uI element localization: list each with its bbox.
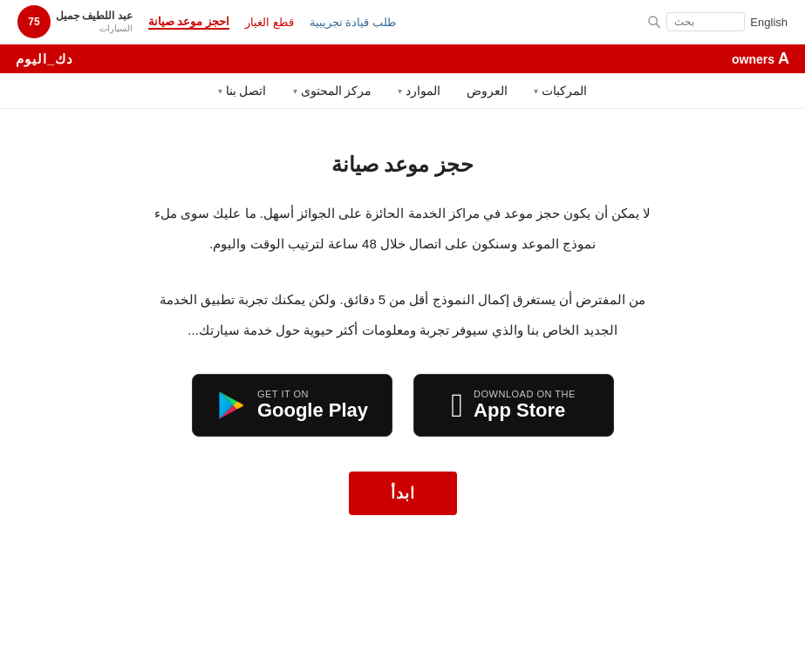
search-area: English <box>647 12 788 31</box>
google-play-sub: GET IT ON <box>257 389 309 399</box>
nav-item-offers[interactable]: العروض <box>467 84 508 98</box>
app-store-main: App Store <box>474 399 565 422</box>
chevron-down-icon: ▾ <box>218 86 222 96</box>
google-play-button[interactable]: GET IT ON Google Play <box>192 374 392 437</box>
brand-name: عبد اللطيف جميل <box>56 10 133 22</box>
top-bar: English طلب قيادة تجريبية قطع الغيار احج… <box>0 0 805 44</box>
owners-logo: Aowners <box>732 50 789 68</box>
search-icon <box>647 15 661 29</box>
search-input[interactable] <box>666 12 745 31</box>
nav-item-contact[interactable]: اتصل بنا ▾ <box>218 84 267 98</box>
chevron-down-icon: ▾ <box>398 86 402 96</box>
main-content: حجز موعد صيانة لا يمكن أن يكون حجز موعد … <box>98 153 708 515</box>
app-paragraph: من المفترض أن يستغرق إكمال النموذج أقل م… <box>115 288 691 343</box>
logo-badge: 75 <box>17 5 51 38</box>
top-bar-links: طلب قيادة تجريبية قطع الغيار احجز موعد ص… <box>17 5 396 38</box>
google-play-icon <box>215 390 247 421</box>
google-play-main: Google Play <box>257 399 368 422</box>
app-buttons:  Download on the App Store <box>115 374 691 437</box>
start-button[interactable]: ابدأ <box>349 472 457 515</box>
svg-line-1 <box>656 24 660 28</box>
nav-label-contact: اتصل بنا <box>226 84 267 98</box>
page-title: حجز موعد صيانة <box>115 153 691 177</box>
spare-parts-link[interactable]: قطع الغيار <box>245 16 294 29</box>
language-toggle[interactable]: English <box>750 16 788 29</box>
red-banner: Aowners دك_اليوم <box>0 44 805 73</box>
start-button-area: ابدأ <box>115 472 691 515</box>
paragraph2-line1: من المفترض أن يستغرق إكمال النموذج أقل م… <box>115 288 691 313</box>
app-store-sub: Download on the <box>474 389 576 399</box>
nav-item-vehicles[interactable]: المركبات ▾ <box>534 84 587 98</box>
app-store-text: Download on the App Store <box>474 389 576 422</box>
nav-label-resources: الموارد <box>406 84 440 98</box>
banner-slogan: دك_اليوم <box>16 51 73 67</box>
intro-paragraph: لا يمكن أن يكون حجز موعد في مراكز الخدمة… <box>115 201 691 256</box>
owners-label: owners <box>732 52 774 66</box>
paragraph1-line2: نموذج الموعد وسنكون على اتصال خلال 48 سا… <box>115 232 691 257</box>
nav-label-vehicles: المركبات <box>542 84 587 98</box>
brand-logo: عبد اللطيف جميل السيارات 75 <box>17 5 133 38</box>
paragraph1-line1: لا يمكن أن يكون حجز موعد في مراكز الخدمة… <box>115 201 691 227</box>
google-play-text: GET IT ON Google Play <box>257 389 368 422</box>
apple-icon:  <box>451 389 463 422</box>
a-letter: A <box>778 50 789 68</box>
nav-item-resources[interactable]: الموارد ▾ <box>398 84 440 98</box>
chevron-down-icon: ▾ <box>534 86 538 96</box>
main-nav: المركبات ▾ العروض الموارد ▾ مركز المحتوى… <box>0 73 805 109</box>
paragraph2-line2: الجديد الخاص بنا والذي سيوفر تجربة ومعلو… <box>115 318 691 343</box>
nav-label-content-center: مركز المحتوى <box>301 84 372 98</box>
nav-item-content-center[interactable]: مركز المحتوى ▾ <box>293 84 372 98</box>
chevron-down-icon: ▾ <box>293 86 297 96</box>
brand-sub: السيارات <box>56 23 133 34</box>
svg-point-0 <box>649 17 657 24</box>
nav-label-offers: العروض <box>467 84 508 98</box>
app-store-button[interactable]:  Download on the App Store <box>413 374 614 437</box>
book-maintenance-link[interactable]: احجز موعد صيانة <box>148 15 229 30</box>
test-drive-link[interactable]: طلب قيادة تجريبية <box>310 16 396 29</box>
